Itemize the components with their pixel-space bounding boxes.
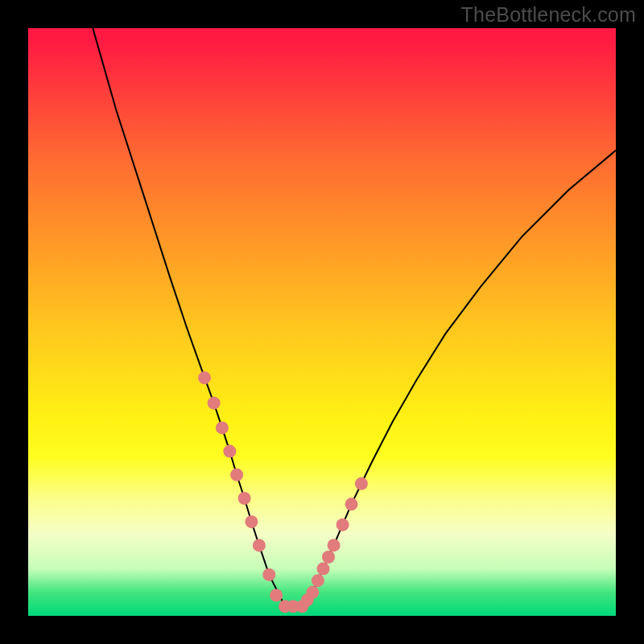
curve-marker — [345, 497, 358, 510]
curve-marker — [245, 515, 258, 528]
curve-marker — [223, 445, 236, 458]
curve-marker — [306, 586, 319, 599]
watermark-text: TheBottleneck.com — [461, 3, 636, 27]
curve-marker — [336, 518, 349, 531]
curve-marker — [208, 397, 221, 410]
chart-frame: TheBottleneck.com — [0, 0, 644, 644]
curve-marker — [317, 563, 330, 576]
chart-svg — [28, 28, 616, 616]
curve-marker — [198, 371, 211, 384]
curve-marker — [328, 539, 341, 551]
curve-marker — [322, 551, 335, 564]
bottleneck-curve — [93, 28, 616, 606]
curve-marker — [312, 574, 324, 587]
curve-marker — [230, 469, 243, 481]
curve-marker — [216, 421, 229, 434]
curve-marker — [270, 589, 283, 602]
curve-marker — [253, 539, 266, 551]
curve-marker — [238, 492, 251, 505]
curve-marker — [355, 477, 368, 490]
curve-marker — [262, 568, 275, 581]
plot-area — [28, 28, 616, 616]
curve-markers — [198, 371, 368, 613]
